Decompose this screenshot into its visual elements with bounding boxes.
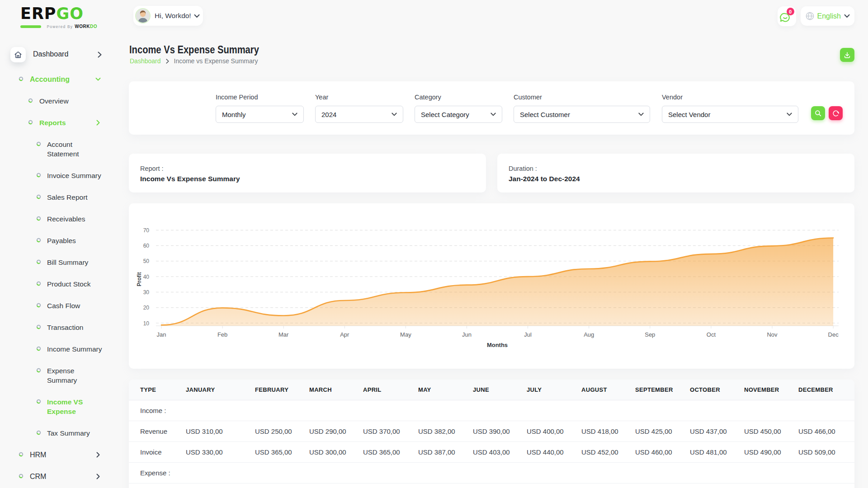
table-row-revenue: RevenueUSD 310,00USD 250,00USD 290,00USD… [129, 421, 854, 441]
profit-area-chart[interactable]: 10203040506070JanFebMarAprMayJunJulAugSe… [129, 203, 854, 369]
vendor-label: Vendor [662, 94, 798, 101]
sidebar-item-hrm[interactable]: HRM [0, 450, 118, 460]
language-selector[interactable]: English [801, 6, 854, 26]
globe-icon [805, 11, 815, 21]
chevron-down-icon [194, 14, 200, 18]
avatar [135, 8, 151, 23]
brand-green-bar [20, 25, 41, 28]
sidebar-item-overview[interactable]: Overview [0, 96, 118, 106]
vendor-select[interactable]: Select Vendor [662, 106, 798, 123]
menu-bullet-icon [36, 368, 41, 373]
sidebar-item-expense-summary[interactable]: Expense Summary [0, 366, 118, 385]
table-cell: USD 382,00 [418, 421, 473, 441]
menu-bullet-icon [36, 238, 41, 243]
filter-field-year: Year2024 [315, 94, 403, 123]
table-cell: USD 330,00 [186, 441, 255, 462]
sidebar-item-label: Receivables [47, 214, 103, 224]
sidebar-item-invoice-summary[interactable]: Invoice Summary [0, 171, 118, 180]
chevron-right-icon [95, 452, 101, 458]
sidebar-item-label: Account Statement [47, 140, 103, 159]
breadcrumb-separator-icon [166, 59, 169, 64]
column-header-november: NOVEMBER [744, 380, 798, 400]
report-value: Income Vs Expense Summary [140, 175, 475, 183]
customer-select[interactable]: Select Customer [514, 106, 650, 123]
table-cell: USD 437,00 [690, 421, 744, 441]
sidebar-item-cash-flow[interactable]: Cash Flow [0, 301, 118, 310]
download-button[interactable] [840, 48, 854, 62]
chevron-down-icon [491, 113, 496, 116]
sidebar-item-dashboard[interactable]: Dashboard [0, 47, 118, 62]
profit-area-fill [161, 238, 833, 326]
menu-bullet-icon [36, 430, 41, 435]
duration-value: Jan-2024 to Dec-2024 [509, 175, 843, 183]
column-header-june: JUNE [473, 380, 527, 400]
income-period-select[interactable]: Monthly [216, 106, 304, 123]
column-header-october: OCTOBER [690, 380, 744, 400]
workdo-text: WORK [75, 24, 90, 29]
column-header-march: MARCH [309, 380, 363, 400]
sidebar-item-label: Transaction [47, 323, 103, 332]
chevron-right-icon [98, 52, 102, 58]
home-icon [14, 51, 22, 59]
sidebar-dashboard-label: Dashboard [33, 50, 68, 58]
table-cell: USD 370,00 [363, 421, 418, 441]
table-cell: USD 290,00 [309, 421, 363, 441]
report-label: Report : [140, 165, 475, 172]
breadcrumb-dashboard-link[interactable]: Dashboard [130, 57, 161, 65]
income-period-label: Income Period [216, 94, 304, 101]
category-select[interactable]: Select Category [415, 106, 502, 123]
search-icon [814, 109, 822, 117]
sidebar-item-income-summary[interactable]: Income Summary [0, 344, 118, 354]
messages-button[interactable]: 0 [778, 6, 796, 26]
sidebar-item-account-statement[interactable]: Account Statement [0, 140, 118, 159]
sidebar-item-reports[interactable]: Reports [0, 118, 118, 127]
sidebar-item-tax-summary[interactable]: Tax Summary [0, 428, 118, 438]
table-cell: USD 418,00 [581, 421, 635, 441]
sidebar-item-crm[interactable]: CRM [0, 472, 118, 481]
reset-filter-button[interactable] [829, 106, 843, 120]
brand-erp-text: ERP [20, 5, 57, 23]
sidebar-item-sales-report[interactable]: Sales Report [0, 192, 118, 202]
ytick-label-10: 10 [143, 320, 150, 327]
user-menu[interactable]: Hi, Workdo! [133, 6, 203, 26]
sidebar-item-payables[interactable]: Payables [0, 236, 118, 245]
sidebar-item-label: Reports [39, 118, 95, 127]
menu-bullet-icon [36, 281, 41, 286]
menu-bullet-icon [36, 324, 41, 329]
chevron-down-icon [638, 113, 644, 116]
sidebar-item-label: HRM [30, 450, 90, 460]
sidebar-item-product-stock[interactable]: Product Stock [0, 279, 118, 289]
column-header-type: TYPE [129, 380, 186, 400]
user-greeting: Hi, Workdo! [155, 12, 191, 20]
menu-bullet-icon [19, 452, 24, 457]
apply-filter-button[interactable] [811, 106, 825, 120]
menu-bullet-icon [36, 259, 41, 264]
xtick-label-apr: Apr [340, 331, 349, 338]
column-header-january: JANUARY [186, 380, 255, 400]
table-section-row: Expense : [129, 462, 854, 483]
sidebar-item-label: Cash Flow [47, 301, 103, 310]
brand-logo[interactable]: ERPGO Powered By WORKDO [20, 5, 97, 29]
xtick-label-jan: Jan [157, 331, 166, 338]
menu-bullet-icon [36, 216, 41, 221]
sidebar-item-accounting[interactable]: Accounting [0, 75, 118, 84]
column-header-august: AUGUST [581, 380, 635, 400]
sidebar-item-bill-summary[interactable]: Bill Summary [0, 258, 118, 267]
sidebar-item-label: Accounting [30, 75, 90, 84]
income-period-value: Monthly [222, 111, 246, 118]
ytick-label-60: 60 [143, 243, 150, 249]
year-select[interactable]: 2024 [315, 106, 403, 123]
sidebar-item-income-vs-expense[interactable]: Income VS Expense [0, 397, 118, 416]
table-cell: USD 452,00 [581, 441, 635, 462]
sidebar-item-transaction[interactable]: Transaction [0, 323, 118, 332]
xtick-label-feb: Feb [217, 331, 227, 338]
menu-bullet-icon [19, 76, 24, 81]
menu-bullet-icon [36, 141, 41, 146]
sidebar-item-receivables[interactable]: Receivables [0, 214, 118, 224]
table-row-invoice: InvoiceUSD 330,00USD 365,00USD 300,00USD… [129, 441, 854, 462]
chevron-down-icon [844, 14, 850, 18]
table-cell: USD 400,00 [527, 421, 581, 441]
menu-bullet-icon [36, 399, 41, 404]
xtick-label-sep: Sep [645, 331, 655, 338]
income-expense-table-card: TYPEJANUARYFEBRUARYMARCHAPRILMAYJUNEJULY… [129, 380, 854, 488]
